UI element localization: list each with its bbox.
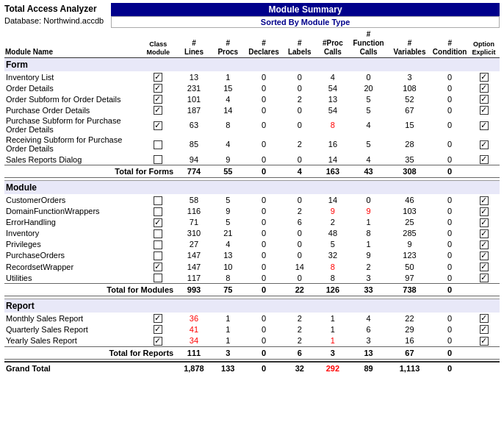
table-row: Receiving Subform for Purchase Order Det… [4, 135, 500, 154]
checkbox-checked [154, 84, 162, 93]
table-row: Order Details231150054201080 [4, 82, 500, 93]
table-row: Monthly Sales Report3610214220 [4, 313, 500, 324]
section-header: Report [4, 299, 500, 313]
checkbox-checked [480, 263, 489, 271]
checkbox-unchecked [154, 251, 162, 260]
checkbox-unchecked [154, 240, 162, 249]
checkbox-checked [154, 263, 162, 271]
total-row: Total for Forms7745504163433080 [4, 165, 500, 178]
section-header: Module [4, 181, 500, 195]
col-header-name: Module Name [4, 29, 140, 58]
checkbox-checked [154, 73, 162, 82]
checkbox-checked [480, 155, 489, 164]
col-header-proccalls: #ProcCalls [316, 29, 349, 58]
col-header-variables: #Variables [388, 29, 431, 58]
table-row: Purchase Subform for Purchase Order Deta… [4, 115, 500, 135]
table-row: PurchaseOrders14713003291230 [4, 250, 500, 261]
checkbox-checked [480, 325, 489, 334]
table-row: CustomerOrders58500140460 [4, 194, 500, 205]
checkbox-checked [480, 196, 489, 205]
table-row: Sales Reports Dialog94900144350 [4, 154, 500, 165]
col-header-procs: #Procs [212, 29, 245, 58]
checkbox-checked [154, 337, 162, 346]
section-header: Form [4, 58, 500, 72]
checkbox-unchecked [154, 155, 162, 164]
checkbox-checked [154, 325, 162, 334]
table-row: Yearly Sales Report3410213160 [4, 335, 500, 346]
checkbox-checked [480, 314, 489, 323]
total-row: Total for Modules99375022126337380 [4, 284, 500, 296]
checkbox-checked [480, 121, 489, 130]
database-name: Database: Northwind.accdb [4, 15, 104, 26]
table-row: RecordsetWrapper1471001482500 [4, 261, 500, 272]
col-header-declares: #Declares [245, 29, 283, 58]
checkbox-checked [480, 140, 489, 149]
checkbox-checked [480, 95, 489, 104]
checkbox-checked [480, 73, 489, 82]
col-header-funccalls: # FunctionCalls [349, 29, 387, 58]
checkbox-unchecked [154, 229, 162, 238]
checkbox-checked [480, 218, 489, 227]
checkbox-checked [480, 337, 489, 346]
subtitle: Sorted By Module Type [111, 16, 500, 28]
checkbox-checked [154, 314, 162, 323]
table-row: Quarterly Sales Report4110216290 [4, 324, 500, 335]
col-header-lines: #Lines [176, 29, 212, 58]
grand-total-row: Grand Total1,878133032292891,1130 [4, 362, 500, 374]
table-row: Inventory List131004030 [4, 71, 500, 82]
main-title: Module Summary [111, 3, 500, 16]
checkbox-unchecked [154, 196, 162, 205]
table-row: Inventory31021004882850 [4, 228, 500, 239]
checkbox-checked [480, 84, 489, 93]
total-row: Total for Reports111306313670 [4, 346, 500, 359]
checkbox-checked [480, 240, 489, 249]
checkbox-checked [154, 106, 162, 115]
col-header-class: ClassModule [140, 29, 176, 58]
col-header-option: OptionExplicit [468, 29, 500, 58]
checkbox-unchecked [154, 207, 162, 216]
table-row: ErrorHandling7150621250 [4, 217, 500, 228]
table-row: Privileges274005190 [4, 239, 500, 250]
table-row: DomainFunctionWrappers116902991030 [4, 206, 500, 217]
table-row: Order Subform for Order Details101402135… [4, 93, 500, 104]
checkbox-checked [154, 95, 162, 104]
col-header-labels: #Labels [283, 29, 316, 58]
checkbox-checked [480, 274, 489, 282]
title-block: Module Summary Sorted By Module Type [111, 3, 500, 28]
table-row: Utilities11780083970 [4, 272, 500, 284]
checkbox-checked [480, 106, 489, 115]
table-row: Purchase Order Details1871400545670 [4, 104, 500, 115]
checkbox-checked [480, 251, 489, 260]
checkbox-checked [154, 218, 162, 227]
checkbox-checked [480, 229, 489, 238]
col-header-condition: #Condition [431, 29, 468, 58]
checkbox-unchecked [154, 274, 162, 282]
app-name: Total Access Analyzer [4, 3, 104, 15]
checkbox-checked [154, 121, 162, 130]
checkbox-unchecked [154, 140, 162, 149]
checkbox-checked [480, 207, 489, 216]
